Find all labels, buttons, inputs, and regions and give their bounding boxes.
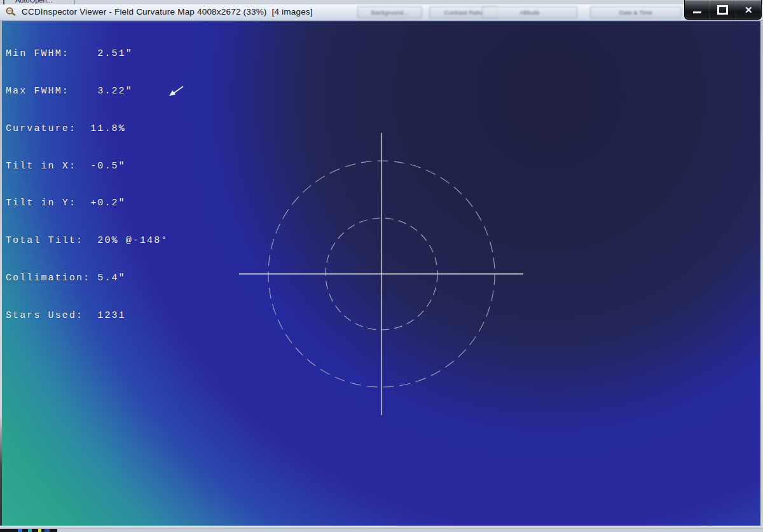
stats-line-tilt-x: Tilt in X: -0.5" xyxy=(6,160,168,173)
app-icon xyxy=(5,6,17,18)
maximize-button[interactable] xyxy=(710,0,736,19)
stats-line-collimation: Collimation: 5.4" xyxy=(6,272,168,285)
stats-line-min-fwhm: Min FWHM: 2.51" xyxy=(6,48,168,60)
stats-line-max-fwhm: Max FWHM: 3.22" xyxy=(6,85,168,98)
taskbar-strip xyxy=(0,529,763,532)
maximize-icon xyxy=(717,5,728,15)
toolbar-divider xyxy=(74,0,75,4)
toolbar-divider xyxy=(3,0,4,4)
ghost-button-background[interactable]: Background... xyxy=(357,6,422,18)
taskbar-icon[interactable] xyxy=(28,529,32,532)
stats-overlay: Min FWHM: 2.51" Max FWHM: 3.22" Curvatur… xyxy=(6,23,168,346)
minimize-icon xyxy=(693,11,701,13)
close-button[interactable]: ✕ xyxy=(736,0,761,19)
window-controls: ✕ xyxy=(684,0,762,20)
ccdinspector-window: AutoOpen... CCDInspector Viewer - Field … xyxy=(0,0,763,532)
inner-field-circle xyxy=(326,218,437,330)
field-curvature-map[interactable]: Min FWHM: 2.51" Max FWHM: 3.22" Curvatur… xyxy=(2,21,760,526)
stats-line-total-tilt: Total Tilt: 20% @-148° xyxy=(6,235,168,247)
taskbar-icon[interactable] xyxy=(45,529,50,532)
background-toolbar-label: AutoOpen... xyxy=(15,0,53,4)
close-icon: ✕ xyxy=(745,5,753,15)
stats-line-stars-used: Stars Used: 1231 xyxy=(6,310,168,322)
ghost-button-altitude[interactable]: Altitude xyxy=(482,6,577,18)
stats-line-tilt-y: Tilt in Y: +0.2" xyxy=(6,197,168,210)
taskbar-icon[interactable] xyxy=(38,529,41,532)
minimize-button[interactable] xyxy=(685,0,710,19)
taskbar-icon[interactable] xyxy=(18,529,22,532)
title-bar[interactable]: CCDInspector Viewer - Field Curvature Ma… xyxy=(0,4,763,21)
outer-field-circle xyxy=(268,161,495,387)
tilt-direction-arrow xyxy=(169,86,183,96)
taskbar-icons[interactable] xyxy=(0,529,57,532)
stats-line-curvature: Curvature: 11.8% xyxy=(6,123,168,135)
ghost-button-date-time[interactable]: Date & Time xyxy=(590,6,682,18)
window-border-left xyxy=(0,21,2,526)
window-border-right xyxy=(760,21,763,526)
window-title: CCDInspector Viewer - Field Curvature Ma… xyxy=(22,7,313,17)
background-window-strip: AutoOpen... xyxy=(0,0,763,4)
